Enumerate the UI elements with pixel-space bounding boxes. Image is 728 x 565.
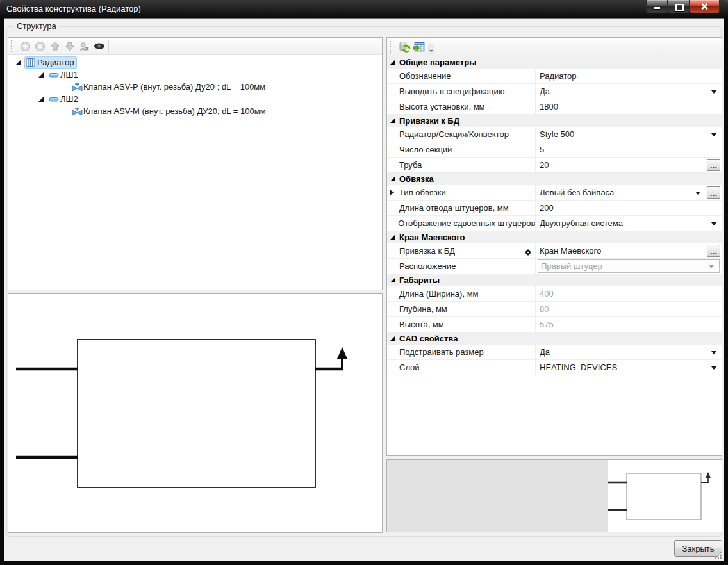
category-header[interactable]: Кран Маевского [387, 231, 722, 243]
toolbar-grip [11, 40, 15, 52]
category-header[interactable]: Привязки к БД [387, 115, 722, 127]
expand-property-icon[interactable] [387, 190, 399, 195]
property-value-cell[interactable]: Левый без байпаса… [536, 185, 722, 200]
property-row: Привязка к БД Кран Маевского… [387, 243, 722, 259]
property-value: Правый штуцер [541, 261, 706, 271]
property-value-cell[interactable]: Кран Маевского… [536, 243, 722, 258]
property-value-cell[interactable]: Двухтрубная система [536, 216, 722, 231]
expander-icon[interactable] [15, 60, 25, 66]
close-button[interactable] [690, 0, 720, 13]
toolbar-overflow-button[interactable] [428, 44, 434, 54]
property-value[interactable]: Радиатор [540, 71, 722, 81]
property-value[interactable]: 20 [540, 160, 706, 170]
property-value[interactable]: 200 [540, 203, 722, 213]
category-header[interactable]: Габариты [387, 274, 722, 286]
pipe-icon [49, 96, 60, 102]
selected-highlight: Радиатор [25, 57, 76, 68]
collapse-icon[interactable] [387, 336, 399, 341]
maximize-icon [675, 4, 684, 11]
property-value[interactable]: Да [540, 86, 709, 96]
export-to-table-button[interactable] [411, 40, 426, 54]
delete-node-button[interactable] [33, 39, 47, 53]
property-value[interactable]: 5 [540, 145, 722, 154]
collapse-icon[interactable] [387, 277, 399, 283]
tree-node-valve-asvp[interactable]: Клапан ASV-P (внут. резьба) Ду20 ; dL = … [8, 81, 382, 93]
tree-node-radiator[interactable]: Радиатор [8, 56, 382, 69]
collapse-icon[interactable] [387, 234, 399, 240]
toolbar-separator [108, 40, 109, 53]
dropdown-arrow-icon[interactable] [711, 90, 716, 96]
collapse-icon[interactable] [387, 176, 399, 182]
property-value[interactable]: 1800 [540, 102, 722, 111]
radiator-schematic [8, 294, 382, 532]
property-value[interactable]: Кран Маевского [540, 246, 706, 256]
property-value[interactable]: Style 500 [540, 129, 709, 139]
property-value-cell[interactable]: 1800 [536, 99, 722, 114]
unbind-db-button[interactable] [77, 39, 92, 53]
pipe-icon [49, 72, 60, 78]
close-dialog-label: Закрыть [682, 544, 714, 553]
property-value-cell[interactable]: Радиатор [536, 69, 722, 83]
property-value[interactable]: HEATING_DEVICES [540, 363, 709, 372]
tree-node-valve-asvm[interactable]: Клапан ASV-M (внут. резьба) ДУ20; dL = 1… [8, 105, 382, 117]
air-valve-arrow [337, 347, 347, 359]
dropdown-arrow-icon[interactable] [711, 133, 716, 139]
mini-radiator-schematic [387, 460, 722, 532]
category-header[interactable]: Обвязка [387, 173, 722, 185]
property-value-cell[interactable]: 200 [536, 201, 722, 215]
schematic-preview-panel [8, 293, 383, 533]
property-row: Обозначение Радиатор [387, 69, 722, 84]
expander-icon[interactable] [38, 96, 48, 102]
move-up-button[interactable] [47, 39, 62, 53]
property-name: Отображение сдвоенных штуцеров на... [398, 218, 535, 228]
tree-node-lsh2[interactable]: ЛШ2 [8, 93, 382, 105]
property-value-cell[interactable]: Да [536, 345, 722, 359]
add-node-button[interactable] [18, 39, 33, 53]
property-toolbar [387, 38, 722, 56]
move-down-button[interactable] [62, 39, 77, 53]
tree-node-label: ЛШ1 [60, 70, 78, 79]
maximize-button[interactable] [668, 0, 690, 13]
reload-from-db-button[interactable] [397, 40, 411, 54]
expander-icon[interactable] [38, 72, 48, 78]
property-name: Труба [399, 160, 422, 170]
collapse-icon[interactable] [387, 118, 399, 124]
dropdown-arrow-icon[interactable] [711, 366, 716, 372]
toggle-visibility-button[interactable] [92, 39, 106, 53]
structure-tree-panel: Радиатор ЛШ1 [8, 37, 383, 290]
radiator-outline [78, 340, 315, 487]
ellipsis-button[interactable]: … [707, 186, 720, 199]
property-name: Длина отвода штуцеров, мм [399, 203, 509, 213]
property-value[interactable]: Двухтрубная система [540, 218, 709, 228]
property-value: 80 [540, 304, 722, 314]
tree-node-lsh1[interactable]: ЛШ1 [8, 69, 382, 81]
category-title: CAD свойства [399, 334, 458, 343]
property-value-cell[interactable]: 20… [536, 158, 722, 172]
dropdown-arrow-icon[interactable] [711, 222, 716, 228]
property-name: Расположение [399, 261, 456, 271]
property-row: Число секций 5 [387, 142, 722, 158]
collapse-icon[interactable] [387, 60, 399, 65]
property-row: Тип обвязки Левый без байпаса… [387, 185, 722, 201]
disabled-combobox: Правый штуцер [538, 259, 720, 273]
category-header[interactable]: Общие параметры [387, 56, 722, 69]
property-name: Длина (Ширина), мм [399, 289, 479, 299]
property-value[interactable]: Да [540, 347, 709, 357]
property-value-cell[interactable]: Style 500 [536, 127, 722, 142]
valve-icon [72, 83, 83, 91]
dropdown-arrow-icon[interactable] [695, 192, 700, 197]
category-header[interactable]: CAD свойства [387, 332, 722, 345]
property-value-cell[interactable]: HEATING_DEVICES [536, 360, 722, 375]
titlebar[interactable]: Свойства конструктива (Радиатор) [0, 0, 728, 19]
client-area: Структура [4, 19, 724, 561]
dropdown-arrow-icon[interactable] [711, 351, 716, 357]
minimize-button[interactable] [646, 0, 668, 13]
property-row: Длина (Ширина), мм 400 [387, 286, 722, 302]
ellipsis-button[interactable]: … [707, 159, 720, 171]
valve-icon [72, 107, 83, 115]
property-value[interactable]: Левый без байпаса [540, 188, 693, 197]
property-value-cell[interactable]: 5 [536, 142, 722, 157]
ellipsis-button[interactable]: … [707, 245, 720, 257]
resize-grip[interactable] [714, 551, 722, 559]
property-value-cell[interactable]: Да [536, 84, 722, 99]
